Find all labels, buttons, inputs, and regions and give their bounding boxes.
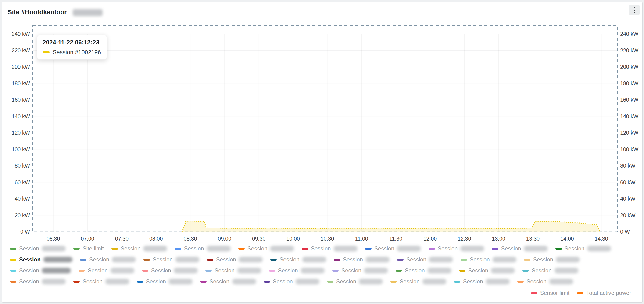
legend-label: Session xyxy=(311,245,331,252)
redacted-session-id xyxy=(301,268,324,273)
legend-label: Session xyxy=(342,267,361,274)
legend-item[interactable]: Total active power xyxy=(577,290,631,296)
legend-item[interactable]: Session xyxy=(137,278,192,285)
legend-marker-icon xyxy=(459,270,466,272)
legend-marker-icon xyxy=(238,248,245,250)
redacted-session-id xyxy=(429,257,453,262)
legend-item[interactable]: Session xyxy=(327,278,383,285)
legend-item[interactable]: Session xyxy=(200,278,256,285)
legend-item[interactable]: Session xyxy=(10,267,71,274)
legend-item[interactable]: Session xyxy=(10,256,72,263)
legend-item[interactable]: Session xyxy=(522,267,578,274)
redacted-session-id xyxy=(359,279,383,284)
legend-item[interactable]: Session xyxy=(238,245,294,252)
legend-marker-icon xyxy=(144,259,150,261)
legend-label: Session xyxy=(273,278,293,285)
legend-marker-icon xyxy=(78,270,85,272)
redacted-session-id xyxy=(110,268,134,273)
legend-marker-icon xyxy=(10,270,16,272)
redacted-session-id xyxy=(239,257,263,262)
legend-marker-icon xyxy=(524,259,530,261)
redacted-session-id xyxy=(42,246,66,251)
legend-marker-icon xyxy=(302,248,308,250)
legend-item[interactable]: Session xyxy=(390,278,446,285)
legend-item[interactable]: Session xyxy=(10,278,66,285)
legend-label: Session xyxy=(82,278,102,285)
legend-label: Session xyxy=(374,245,394,252)
legend-item[interactable]: Session xyxy=(144,256,199,263)
legend-footer-row: Sensor limitTotal active power xyxy=(10,288,631,298)
redacted-session-id xyxy=(106,279,129,284)
legend-marker-icon xyxy=(327,281,334,283)
legend-item[interactable]: Session xyxy=(397,256,453,263)
legend-marker-icon xyxy=(73,248,80,250)
legend-item[interactable]: Session xyxy=(428,245,484,252)
legend-label: Session xyxy=(278,267,298,274)
legend-item[interactable]: Session xyxy=(10,245,66,252)
legend-marker-icon xyxy=(517,281,524,283)
legend-item[interactable]: Session xyxy=(264,278,320,285)
legend-label: Session xyxy=(19,245,39,252)
legend-item[interactable]: Session xyxy=(80,256,136,263)
legend-label: Sensor limit xyxy=(540,290,570,296)
legend-label: Session xyxy=(470,256,490,263)
legend-item[interactable]: Session xyxy=(492,245,548,252)
legend-label: Session xyxy=(146,278,166,285)
tooltip-timestamp: 2024-11-22 06:12:23 xyxy=(42,39,101,46)
legend-item[interactable]: Session xyxy=(142,267,198,274)
legend-item[interactable]: Session xyxy=(206,267,261,274)
legend-item[interactable]: Session xyxy=(460,256,516,263)
legend-label: Session xyxy=(248,245,267,252)
redacted-session-id xyxy=(42,279,66,284)
legend-item[interactable]: Session xyxy=(334,256,390,263)
legend-marker-icon xyxy=(10,259,16,261)
legend-marker-icon xyxy=(396,270,402,272)
legend-label: Session xyxy=(184,245,204,252)
redacted-session-id xyxy=(486,279,510,284)
redacted-session-id xyxy=(428,268,452,273)
legend-item[interactable]: Session xyxy=(524,256,580,263)
legend-marker-icon xyxy=(200,281,206,283)
redacted-session-id xyxy=(587,246,611,251)
legend-item[interactable]: Session xyxy=(454,278,510,285)
redacted-session-id xyxy=(549,279,573,284)
redacted-session-id xyxy=(232,279,256,284)
legend-item[interactable]: Session xyxy=(517,278,573,285)
legend-item[interactable]: Sensor limit xyxy=(531,290,570,296)
legend-label: Session xyxy=(88,267,108,274)
redacted-session-id xyxy=(334,246,358,251)
legend-item[interactable]: Session xyxy=(365,245,421,252)
legend-item[interactable]: Session xyxy=(302,245,357,252)
legend-item[interactable]: Session xyxy=(112,245,167,252)
legend-row: SessionSessionSessionSessionSessionSessi… xyxy=(10,265,635,276)
legend-item[interactable]: Session xyxy=(556,245,611,252)
redacted-session-id xyxy=(174,268,198,273)
legend-item[interactable]: Site limit xyxy=(73,245,104,252)
legend-marker-icon xyxy=(264,281,270,283)
legend-item[interactable]: Session xyxy=(175,245,230,252)
legend-item[interactable]: Session xyxy=(270,256,326,263)
legend-row: SessionSite limitSessionSessionSessionSe… xyxy=(10,243,635,254)
legend-label: Session xyxy=(400,278,420,285)
legend-item[interactable]: Session xyxy=(332,267,388,274)
legend-label: Session xyxy=(533,256,553,263)
legend-item[interactable]: Session xyxy=(73,278,129,285)
chart-tooltip: 2024-11-22 06:12:23 Session #1002196 xyxy=(37,35,107,60)
legend-item[interactable]: Session xyxy=(78,267,134,274)
legend-marker-icon xyxy=(334,259,340,261)
legend-label: Site limit xyxy=(82,245,104,252)
legend-marker-icon xyxy=(206,270,212,272)
redacted-session-id xyxy=(556,257,580,262)
legend-marker-icon xyxy=(207,259,213,261)
legend-item[interactable]: Session xyxy=(269,267,324,274)
legend-item[interactable]: Session xyxy=(207,256,263,263)
redacted-session-id xyxy=(524,246,548,251)
legend-marker-icon xyxy=(112,248,118,250)
legend-row: SessionSessionSessionSessionSessionSessi… xyxy=(10,254,635,265)
legend-item[interactable]: Session xyxy=(459,267,515,274)
redacted-session-id xyxy=(207,246,231,251)
legend-label: Session xyxy=(405,267,424,274)
legend-marker-icon xyxy=(492,248,498,250)
legend-label: Session xyxy=(526,278,546,285)
legend-item[interactable]: Session xyxy=(396,267,451,274)
